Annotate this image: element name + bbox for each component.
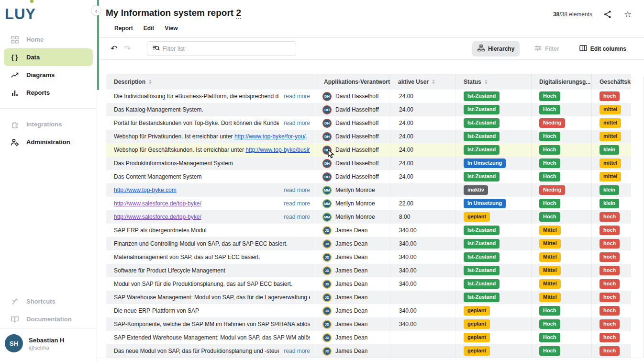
sidebar-item-diagrams[interactable]: Diagrams [4, 66, 93, 84]
status-cell: Ist-Zustand [456, 264, 532, 277]
avatar[interactable]: JD [322, 306, 332, 316]
filter-button[interactable]: Filter [529, 41, 564, 57]
avatar[interactable]: DH [322, 92, 332, 101]
read-more-link[interactable]: read more [284, 214, 310, 220]
digitalisierungsgrad-cell: Hoch [532, 170, 592, 183]
column-header-aktive-user[interactable]: aktive User [390, 74, 456, 90]
menu-view[interactable]: View [165, 25, 178, 32]
favorite-star-icon[interactable]: ☆ [623, 10, 633, 19]
avatar[interactable]: MM [322, 213, 332, 222]
sidebar-collapse-button[interactable]: ‹ [91, 5, 101, 16]
table-row[interactable]: Das Katalog-Management-System. DH David … [106, 103, 631, 116]
table-row[interactable]: http://www.salesforce.de/top-byke/ read … [106, 197, 631, 210]
sidebar-item-documentation[interactable]: Documentation [4, 310, 93, 328]
table-row[interactable]: http://www.salesforce.de/top-byke/ read … [106, 210, 631, 224]
table-row[interactable]: SAP-Komponente, welche die SAP MM im Rah… [106, 317, 631, 331]
column-header-applikations-verantwortlicher[interactable]: Applikations-Verantwort... [316, 74, 390, 90]
table-row[interactable]: SAP Extended Warehouse Management: Modul… [106, 331, 631, 344]
description-link[interactable]: http://www.top-byke.com [114, 187, 177, 193]
logo[interactable]: LUY [0, 0, 97, 28]
table-row[interactable]: SAP ERP als übergeordnetes Modul JD Jame… [106, 224, 631, 237]
sidebar-item-data[interactable]: { } Data [4, 48, 93, 66]
table-row[interactable]: Software für Product Lifecycle Managemen… [106, 264, 631, 277]
description-link[interactable]: http://www.top-byke/for-you/ [234, 133, 306, 140]
digitalisierungsgrad-cell: Hoch [532, 210, 592, 224]
sidebar-item-home[interactable]: Home [4, 31, 93, 48]
sidebar-item-label: Diagrams [26, 71, 55, 79]
table-row[interactable]: Die Individuallösung für eBusiness-Platt… [106, 90, 631, 103]
table-row[interactable]: Die neue ERP-Plattform von SAP JD James … [106, 304, 631, 317]
read-more-link[interactable]: read more [284, 93, 310, 100]
undo-icon[interactable]: ↶ [111, 45, 117, 53]
avatar[interactable]: MM [322, 186, 332, 195]
horizontal-scrollbar[interactable] [97, 358, 644, 358]
avatar[interactable]: DH [322, 159, 332, 168]
avatar[interactable]: DH [322, 119, 332, 128]
table-row[interactable]: http://www.top-byke.com read more MM Mer… [106, 183, 631, 197]
sidebar-item-administration[interactable]: Administration [4, 133, 93, 151]
avatar[interactable]: JD [322, 320, 332, 329]
menu-report[interactable]: Report [114, 25, 133, 32]
avatar[interactable]: MM [322, 199, 332, 208]
sidebar-item-integrations[interactable]: Integrations [4, 115, 93, 133]
admin-user-gear-icon [10, 138, 20, 147]
sidebar-item-reports[interactable]: Reports [4, 84, 93, 102]
avatar[interactable]: JD [322, 280, 332, 289]
column-header-digitalisierungsgrad[interactable]: Digitalisierungsg... [532, 74, 592, 90]
read-more-link[interactable]: read more [284, 348, 310, 354]
avatar[interactable]: JD [322, 266, 332, 275]
avatar[interactable]: JD [322, 253, 332, 262]
table-row[interactable]: Portal für Bestandskunden von Top-Byke. … [106, 116, 631, 130]
table-row[interactable]: Webshop für Geschäftskunden. Ist erreich… [106, 143, 631, 157]
table-row[interactable]: Webshop für Privatkunden. Ist erreichbar… [106, 130, 631, 143]
description-link[interactable]: http://www.salesforce.de/top-byke/ [114, 200, 201, 207]
responsible-name: James Dean [335, 321, 367, 328]
column-header-description[interactable]: Description [106, 74, 316, 90]
vertical-scrollbar[interactable] [643, 77, 644, 358]
sidebar-item-shortcuts[interactable]: Shortcuts [4, 293, 93, 310]
description-link[interactable]: http://www.top-byke/business/ [245, 147, 310, 153]
description-link[interactable]: http://www.salesforce.de/top-byke/ [114, 214, 201, 220]
table-row[interactable]: Das Content Management System DH David H… [106, 170, 631, 183]
geschaeftskritikalitaet-badge: klein [600, 185, 619, 194]
edit-columns-button[interactable]: Edit columns [574, 41, 632, 57]
user-profile[interactable]: SH Sebastian H @sebha [0, 328, 97, 360]
table-row[interactable]: Materialmanagement von SAP, das auf SAP … [106, 250, 631, 264]
filter-list-field[interactable] [147, 41, 296, 56]
table-row[interactable]: Das neue Modul von SAP, das für Produkti… [106, 344, 631, 358]
menu-edit[interactable]: Edit [144, 25, 155, 32]
avatar[interactable]: DH [322, 146, 332, 155]
table-row[interactable]: Modul von SAP für die Produktionsplanung… [106, 277, 631, 291]
geschaeftskritikalitaet-badge: hoch [600, 91, 620, 101]
column-header-geschaeftskritikalitaet[interactable]: Geschäftskritik [592, 74, 631, 90]
responsible-cell: DH David Hasselhoff [316, 130, 390, 143]
avatar[interactable]: JD [322, 333, 332, 342]
status-badge: geplant [464, 319, 490, 328]
read-more-link[interactable]: read more [284, 200, 310, 207]
read-more-link[interactable]: read more [284, 187, 310, 193]
sort-icon[interactable] [149, 79, 152, 84]
filter-list-input[interactable] [163, 45, 291, 52]
responsible-name: David Hasselhoff [335, 133, 379, 140]
geschaeftskritikalitaet-cell: hoch [592, 344, 631, 358]
column-header-status[interactable]: Status [456, 74, 532, 90]
avatar[interactable]: JD [322, 293, 332, 302]
page-title-suffix: 2 [236, 8, 241, 19]
share-icon[interactable] [603, 10, 612, 19]
hierarchy-button[interactable]: Hierarchy [472, 41, 520, 57]
avatar[interactable]: JD [322, 239, 332, 249]
menu-bar: Report Edit View [106, 18, 644, 37]
avatar[interactable]: JD [322, 226, 332, 235]
sort-icon[interactable] [432, 79, 435, 84]
avatar[interactable]: JD [322, 347, 332, 356]
read-more-link[interactable]: read more [284, 120, 310, 126]
table-row[interactable]: Das Produktinformations-Management Syste… [106, 157, 631, 170]
redo-icon[interactable]: ↷ [124, 45, 131, 53]
avatar[interactable]: DH [322, 172, 332, 181]
avatar[interactable]: DH [322, 105, 332, 114]
sort-icon[interactable] [485, 79, 488, 84]
table-row[interactable]: Finanzen und Controlling-Modul von SAP, … [106, 237, 631, 250]
avatar[interactable]: DH [322, 132, 332, 141]
table-row[interactable]: SAP Warehouse Management: Modul von SAP,… [106, 291, 631, 304]
geschaeftskritikalitaet-cell: klein [592, 183, 631, 197]
